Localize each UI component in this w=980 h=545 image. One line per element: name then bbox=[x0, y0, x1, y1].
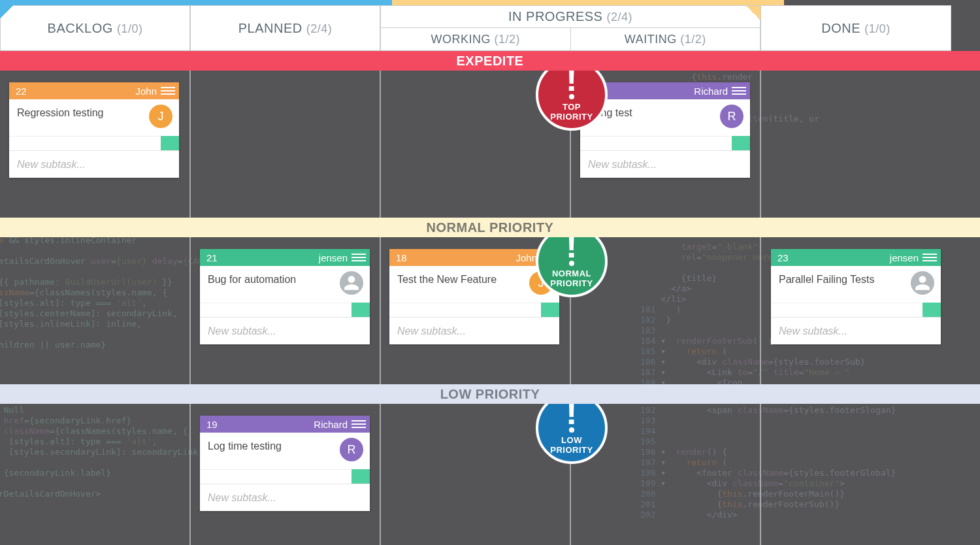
column-headers: BACKLOG (1/0) PLANNED (2/4) IN PROGRESS … bbox=[0, 5, 980, 51]
avatar[interactable]: R bbox=[720, 105, 743, 128]
column-count: (1/0) bbox=[864, 22, 890, 35]
card-footer bbox=[771, 303, 941, 317]
swimlane-low: ! LOW PRIORITY 19 Richard Log time testi… bbox=[0, 404, 980, 545]
dot-icon bbox=[569, 94, 574, 99]
hamburger-icon[interactable] bbox=[351, 251, 366, 264]
column-planned[interactable]: PLANNED (2/4) bbox=[190, 5, 380, 51]
card-subtask[interactable] bbox=[389, 317, 559, 344]
column-count: (1/2) bbox=[680, 33, 706, 46]
card-header[interactable]: 19 Richard bbox=[200, 416, 370, 433]
fold-icon bbox=[746, 6, 760, 20]
dot-icon bbox=[569, 261, 574, 266]
card-id: 18 bbox=[396, 252, 407, 263]
card-id: 21 bbox=[206, 252, 218, 263]
status-chip[interactable] bbox=[161, 136, 179, 150]
dot-icon bbox=[569, 427, 574, 433]
card-title: Parallel Failing Tests bbox=[779, 274, 874, 285]
column-waiting[interactable]: WAITING (1/2) bbox=[570, 28, 760, 50]
card-header[interactable]: 21 jensen bbox=[200, 249, 370, 266]
card-assignee: jensen bbox=[319, 252, 348, 263]
column-count: (2/4) bbox=[306, 22, 333, 35]
new-subtask-input[interactable] bbox=[580, 159, 750, 171]
column-label: DONE bbox=[821, 21, 860, 35]
card-subtask[interactable] bbox=[9, 150, 179, 178]
card-18[interactable]: 18 John Test the New Feature J bbox=[389, 249, 559, 344]
avatar[interactable]: J bbox=[149, 105, 172, 128]
swimlane-expedite-label[interactable]: EXPEDITE bbox=[0, 51, 980, 71]
card-title: Test the New Feature bbox=[397, 274, 497, 285]
swimlane-expedite: ! TOP PRIORITY 22 John Regression testin… bbox=[0, 71, 980, 218]
status-chip[interactable] bbox=[351, 469, 370, 484]
avatar[interactable] bbox=[340, 271, 363, 295]
avatar[interactable] bbox=[911, 271, 934, 295]
column-inprogress-group[interactable]: IN PROGRESS (2/4) WORKING (1/2) WAITING … bbox=[380, 5, 760, 51]
hamburger-icon[interactable] bbox=[161, 84, 175, 97]
person-icon bbox=[914, 274, 931, 291]
column-done[interactable]: DONE (1/0) bbox=[760, 5, 951, 51]
card-body[interactable]: Regression testing J bbox=[9, 99, 179, 136]
card-assignee: John bbox=[135, 86, 157, 97]
column-label: BACKLOG bbox=[48, 21, 113, 35]
card-footer bbox=[200, 303, 370, 317]
card-title: Regression testing bbox=[17, 107, 104, 118]
swimlane-normal: ! NORMAL PRIORITY 21 jensen Bug for auto… bbox=[0, 237, 980, 384]
card-assignee: jensen bbox=[890, 252, 919, 263]
card-header[interactable]: 18 John bbox=[389, 249, 559, 266]
status-chip[interactable] bbox=[351, 303, 370, 317]
hamburger-icon[interactable] bbox=[923, 251, 937, 264]
column-count: (1/2) bbox=[495, 33, 521, 46]
card-header[interactable]: 22 John bbox=[9, 82, 179, 99]
new-subtask-input[interactable] bbox=[9, 159, 179, 171]
card-23[interactable]: 23 jensen Parallel Failing Tests bbox=[771, 249, 941, 344]
new-subtask-input[interactable] bbox=[200, 325, 370, 337]
new-subtask-input[interactable] bbox=[389, 325, 559, 337]
card-footer bbox=[580, 136, 750, 150]
card-header[interactable]: 23 jensen bbox=[771, 249, 941, 266]
card-title: Bug for automation bbox=[208, 274, 296, 285]
card-body[interactable]: Parallel Failing Tests bbox=[771, 266, 941, 303]
swimlane-normal-label[interactable]: NORMAL PRIORITY bbox=[0, 218, 980, 237]
column-label: PLANNED bbox=[238, 21, 302, 35]
column-label: WAITING bbox=[625, 33, 677, 46]
status-chip[interactable] bbox=[541, 303, 559, 317]
person-icon bbox=[343, 274, 360, 291]
card-assignee: John bbox=[515, 252, 537, 263]
card-19[interactable]: 19 Richard Log time testing R bbox=[200, 416, 370, 511]
card-assignee: Richard bbox=[314, 419, 348, 430]
card-21[interactable]: 21 jensen Bug for automation bbox=[200, 249, 370, 344]
card-body[interactable]: Log time testing R bbox=[200, 433, 370, 469]
hamburger-icon[interactable] bbox=[351, 418, 366, 431]
card-id: 22 bbox=[16, 86, 27, 97]
column-label: WORKING bbox=[431, 33, 491, 46]
status-chip[interactable] bbox=[732, 136, 750, 150]
card-subtask[interactable] bbox=[771, 317, 941, 344]
card-footer bbox=[389, 303, 559, 317]
hamburger-icon[interactable] bbox=[732, 84, 746, 97]
avatar[interactable]: R bbox=[340, 438, 363, 461]
card-id: 19 bbox=[206, 419, 218, 430]
card-body[interactable]: Test the New Feature J bbox=[389, 266, 559, 303]
column-count: (1/0) bbox=[117, 22, 143, 35]
status-chip[interactable] bbox=[923, 303, 941, 317]
card-22[interactable]: 22 John Regression testing J bbox=[9, 82, 179, 178]
swimlane-low-label[interactable]: LOW PRIORITY bbox=[0, 384, 980, 404]
new-subtask-input[interactable] bbox=[771, 325, 941, 337]
card-subtask[interactable] bbox=[580, 150, 750, 178]
card-footer bbox=[200, 469, 370, 484]
card-subtask[interactable] bbox=[200, 317, 370, 344]
column-label: IN PROGRESS bbox=[508, 9, 602, 24]
card-assignee: Richard bbox=[694, 86, 728, 97]
card-title: Log time testing bbox=[208, 440, 282, 452]
column-backlog[interactable]: BACKLOG (1/0) bbox=[0, 5, 190, 51]
kanban-board: EXPEDITE ! TOP PRIORITY 22 John Regressi… bbox=[0, 51, 980, 545]
card-footer bbox=[9, 136, 179, 150]
new-subtask-input[interactable] bbox=[200, 492, 370, 504]
top-color-strip bbox=[0, 0, 980, 5]
card-body[interactable]: Bug for automation bbox=[200, 266, 370, 303]
column-working[interactable]: WORKING (1/2) bbox=[381, 28, 570, 50]
fold-icon bbox=[0, 5, 14, 20]
card-id: 23 bbox=[777, 252, 789, 263]
column-count: (2/4) bbox=[606, 10, 632, 24]
card-subtask[interactable] bbox=[200, 484, 370, 511]
